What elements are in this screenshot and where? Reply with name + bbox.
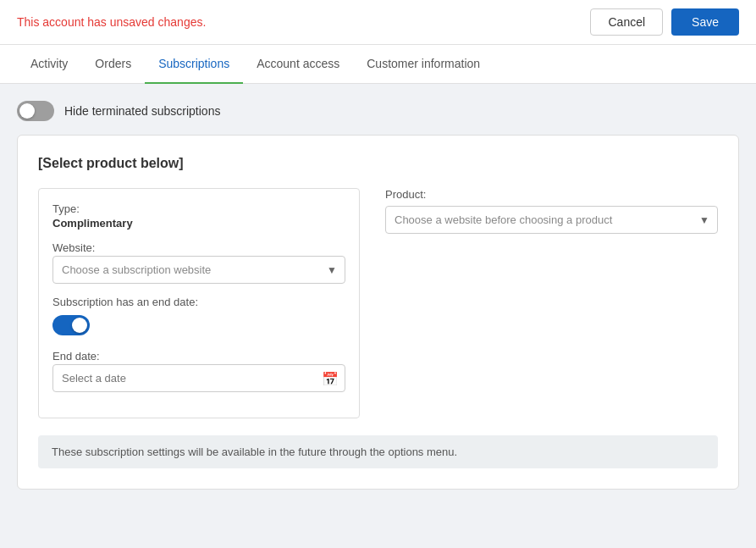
- end-date-toggle-row: Subscription has an end date:: [52, 296, 345, 338]
- tab-activity[interactable]: Activity: [17, 45, 81, 84]
- website-label: Website:: [52, 241, 345, 254]
- product-label: Product:: [385, 188, 718, 201]
- save-button[interactable]: Save: [671, 8, 739, 36]
- type-row: Type: Complimentary: [52, 202, 345, 230]
- type-value: Complimentary: [52, 217, 345, 230]
- end-date-input[interactable]: [52, 364, 345, 392]
- unsaved-message: This account has unsaved changes.: [17, 15, 206, 29]
- left-panel: Type: Complimentary Website: Choose a su…: [38, 188, 360, 418]
- end-date-toggle-label: Subscription has an end date:: [52, 296, 345, 308]
- end-date-toggle-knob: [72, 318, 87, 333]
- cancel-button[interactable]: Cancel: [590, 8, 663, 36]
- hide-terminated-label: Hide terminated subscriptions: [64, 104, 220, 118]
- end-date-wrapper: 📅: [52, 364, 345, 392]
- footer-note: These subscription settings will be avai…: [38, 435, 718, 468]
- tab-account-access[interactable]: Account access: [243, 45, 353, 84]
- subscription-card: [Select product below] Type: Complimenta…: [17, 135, 739, 490]
- website-row: Website: Choose a subscription website ▼: [52, 241, 345, 284]
- hide-terminated-row: Hide terminated subscriptions: [17, 101, 739, 121]
- website-select[interactable]: Choose a subscription website: [52, 256, 345, 284]
- end-date-label: End date:: [52, 350, 345, 363]
- end-date-toggle-track: [52, 315, 90, 335]
- calendar-icon: 📅: [322, 370, 339, 386]
- right-panel: Product: Choose a website before choosin…: [385, 188, 718, 234]
- card-title: [Select product below]: [38, 156, 718, 171]
- product-select[interactable]: Choose a website before choosing a produ…: [385, 206, 718, 234]
- tabs-bar: Activity Orders Subscriptions Account ac…: [0, 45, 756, 84]
- tab-orders[interactable]: Orders: [81, 45, 145, 84]
- hide-terminated-toggle[interactable]: [17, 101, 54, 121]
- website-select-wrapper: Choose a subscription website ▼: [52, 256, 345, 284]
- toggle-knob: [19, 103, 35, 119]
- content-area: Hide terminated subscriptions [Select pr…: [0, 84, 756, 506]
- card-inner: Type: Complimentary Website: Choose a su…: [38, 188, 718, 418]
- end-date-toggle[interactable]: [52, 315, 90, 335]
- tab-customer-information[interactable]: Customer information: [353, 45, 494, 84]
- type-label: Type:: [52, 202, 345, 215]
- top-actions: Cancel Save: [590, 8, 739, 36]
- tab-subscriptions[interactable]: Subscriptions: [145, 45, 243, 84]
- end-date-row: End date: 📅: [52, 350, 345, 392]
- top-bar: This account has unsaved changes. Cancel…: [0, 0, 756, 45]
- product-select-wrapper: Choose a website before choosing a produ…: [385, 206, 718, 234]
